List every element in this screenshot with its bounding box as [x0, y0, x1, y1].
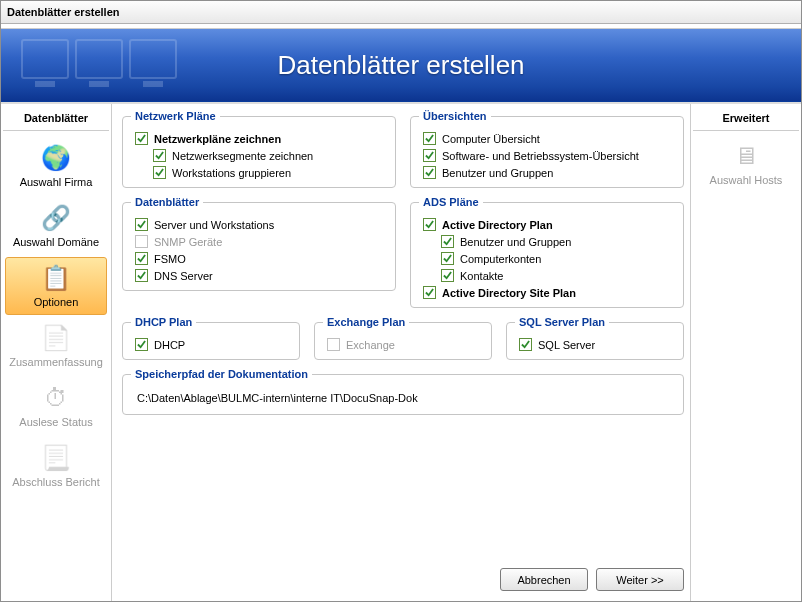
auslese-label: Auslese Status — [8, 416, 104, 428]
group-exchange: Exchange Plan Exchange — [314, 316, 492, 360]
domaene-icon: 🔗 — [40, 202, 72, 234]
checkbox-icon[interactable] — [135, 338, 148, 351]
legend-uebersichten: Übersichten — [419, 110, 491, 122]
checkbox-icon[interactable] — [135, 132, 148, 145]
domaene-label: Auswahl Domäne — [8, 236, 104, 248]
legend-speicherpfad: Speicherpfad der Dokumentation — [131, 368, 312, 380]
checkbox-icon[interactable] — [423, 149, 436, 162]
legend-dhcp: DHCP Plan — [131, 316, 196, 328]
checkbox-icon[interactable] — [441, 269, 454, 282]
sidebar-item-optionen[interactable]: 📋Optionen — [5, 257, 107, 315]
chk-exchange: Exchange — [323, 336, 483, 353]
optionen-icon: 📋 — [40, 262, 72, 294]
right-sidebar: Erweitert 🖥Auswahl Hosts — [690, 104, 801, 601]
sidebar-item-domaene[interactable]: 🔗Auswahl Domäne — [5, 197, 107, 255]
chk-netzwerksegmente[interactable]: Netzwerksegmente zeichnen — [131, 147, 387, 164]
sidebar-item-auslese: ⏱Auslese Status — [5, 377, 107, 435]
checkbox-icon[interactable] — [135, 269, 148, 282]
group-ads-plaene: ADS Pläne Active Directory Plan Benutzer… — [410, 196, 684, 308]
legend-datenblaetter: Datenblätter — [131, 196, 203, 208]
zusammen-label: Zusammenfassung — [8, 356, 104, 368]
chk-ad-plan[interactable]: Active Directory Plan — [419, 216, 675, 233]
checkbox-icon[interactable] — [135, 252, 148, 265]
checkbox-icon[interactable] — [441, 235, 454, 248]
main-content: Netzwerk Pläne Netzwerkpläne zeichnen Ne… — [112, 104, 690, 601]
documentation-path: C:\Daten\Ablage\BULMC-intern\interne IT\… — [131, 388, 675, 408]
sidebar-right-item-auswahl-hosts: 🖥Auswahl Hosts — [695, 135, 797, 193]
auslese-icon: ⏱ — [40, 382, 72, 414]
cancel-button[interactable]: Abbrechen — [500, 568, 588, 591]
legend-netzwerk-plaene: Netzwerk Pläne — [131, 110, 220, 122]
chk-server-ws[interactable]: Server und Workstations — [131, 216, 387, 233]
footer-buttons: Abbrechen Weiter >> — [122, 560, 684, 595]
firma-icon: 🌍 — [40, 142, 72, 174]
group-speicherpfad: Speicherpfad der Dokumentation C:\Daten\… — [122, 368, 684, 415]
group-datenblaetter: Datenblätter Server und Workstations SNM… — [122, 196, 396, 291]
chk-fsmo[interactable]: FSMO — [131, 250, 387, 267]
optionen-label: Optionen — [8, 296, 104, 308]
next-button[interactable]: Weiter >> — [596, 568, 684, 591]
legend-exchange: Exchange Plan — [323, 316, 409, 328]
zusammen-icon: 📄 — [40, 322, 72, 354]
sidebar-item-zusammen: 📄Zusammenfassung — [5, 317, 107, 375]
right-sidebar-header: Erweitert — [693, 108, 799, 131]
chk-benutzer-gruppen[interactable]: Benutzer und Gruppen — [419, 164, 675, 181]
chk-workstations-gruppieren[interactable]: Workstations gruppieren — [131, 164, 387, 181]
chk-ad-site-plan[interactable]: Active Directory Site Plan — [419, 284, 675, 301]
chk-snmp: SNMP Geräte — [131, 233, 387, 250]
checkbox-icon[interactable] — [135, 218, 148, 231]
banner-heading: Datenblätter erstellen — [277, 50, 524, 81]
checkbox-icon[interactable] — [423, 218, 436, 231]
window-title: Datenblätter erstellen — [7, 6, 119, 18]
chk-dns[interactable]: DNS Server — [131, 267, 387, 284]
auswahl-hosts-label: Auswahl Hosts — [698, 174, 794, 186]
legend-sql: SQL Server Plan — [515, 316, 609, 328]
checkbox-icon[interactable] — [423, 166, 436, 179]
banner: Datenblätter erstellen — [1, 29, 801, 102]
chk-computer-uebersicht[interactable]: Computer Übersicht — [419, 130, 675, 147]
chk-ad-benutzer-gruppen[interactable]: Benutzer und Gruppen — [419, 233, 675, 250]
sidebar-item-bericht: 📃Abschluss Bericht — [5, 437, 107, 495]
app-window: Datenblätter erstellen Datenblätter erst… — [0, 0, 802, 602]
chk-computerkonten[interactable]: Computerkonten — [419, 250, 675, 267]
chk-kontakte[interactable]: Kontakte — [419, 267, 675, 284]
left-sidebar: Datenblätter 🌍Auswahl Firma🔗Auswahl Domä… — [1, 104, 112, 601]
bericht-icon: 📃 — [40, 442, 72, 474]
checkbox-icon — [135, 235, 148, 248]
group-dhcp: DHCP Plan DHCP — [122, 316, 300, 360]
checkbox-icon[interactable] — [423, 132, 436, 145]
checkbox-icon[interactable] — [423, 286, 436, 299]
group-sql: SQL Server Plan SQL Server — [506, 316, 684, 360]
legend-ads-plaene: ADS Pläne — [419, 196, 483, 208]
sidebar-item-firma[interactable]: 🌍Auswahl Firma — [5, 137, 107, 195]
body: Datenblätter 🌍Auswahl Firma🔗Auswahl Domä… — [1, 102, 801, 601]
group-uebersichten: Übersichten Computer Übersicht Software-… — [410, 110, 684, 188]
checkbox-icon[interactable] — [153, 166, 166, 179]
chk-software-bs-uebersicht[interactable]: Software- und Betriebssystem-Übersicht — [419, 147, 675, 164]
checkbox-icon — [327, 338, 340, 351]
titlebar: Datenblätter erstellen — [1, 1, 801, 24]
firma-label: Auswahl Firma — [8, 176, 104, 188]
chk-dhcp[interactable]: DHCP — [131, 336, 291, 353]
left-sidebar-header: Datenblätter — [3, 108, 109, 131]
banner-decor — [21, 39, 177, 79]
auswahl-hosts-icon: 🖥 — [730, 140, 762, 172]
group-netzwerk-plaene: Netzwerk Pläne Netzwerkpläne zeichnen Ne… — [122, 110, 396, 188]
checkbox-icon[interactable] — [153, 149, 166, 162]
chk-netzwerkplaene-zeichnen[interactable]: Netzwerkpläne zeichnen — [131, 130, 387, 147]
checkbox-icon[interactable] — [519, 338, 532, 351]
chk-sql-server[interactable]: SQL Server — [515, 336, 675, 353]
bericht-label: Abschluss Bericht — [8, 476, 104, 488]
checkbox-icon[interactable] — [441, 252, 454, 265]
